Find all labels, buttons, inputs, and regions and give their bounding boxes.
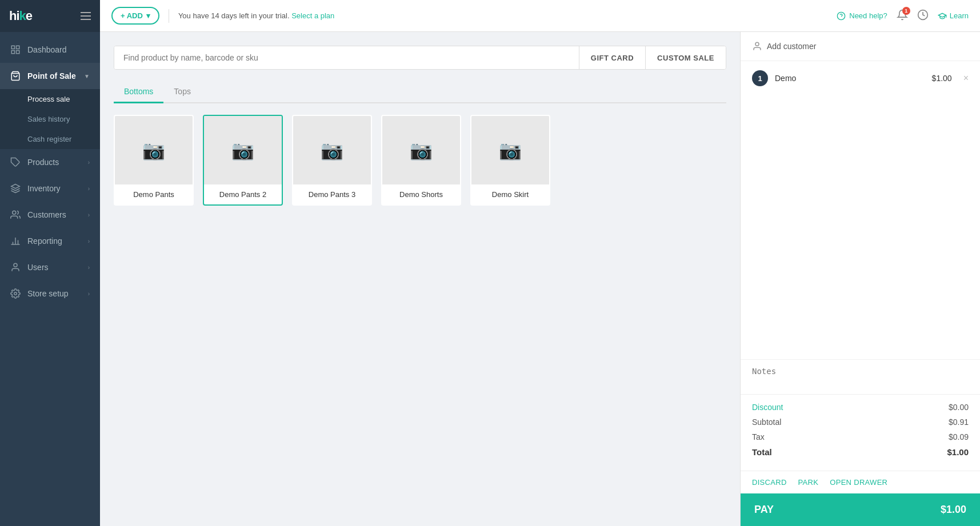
product-card-5[interactable]: 📷 Demo Skirt [470, 115, 550, 206]
need-help-label: Need help? [849, 11, 887, 20]
graduation-icon [938, 11, 947, 21]
product-grid: 📷 Demo Pants 📷 Demo Pants 2 📷 Demo Pants… [114, 115, 726, 206]
sidebar-item-users-label: Users [27, 263, 49, 272]
sidebar-nav: Dashboard Point of Sale ▼ Process sale S… [0, 32, 100, 526]
content-wrapper: GIFT CARD CUSTOM SALE Bottoms Tops 📷 Dem… [100, 32, 980, 526]
topbar-divider [169, 9, 169, 23]
notification-badge: 1 [902, 7, 910, 15]
layers-icon [10, 183, 21, 194]
learn-button[interactable]: Learn [938, 11, 969, 21]
sidebar: hike Dashboard Point of Sale ▼ Process s… [0, 0, 100, 526]
cart-items: 1 Demo $1.00 × [741, 61, 980, 359]
svg-marker-6 [11, 184, 20, 189]
main-content: + ADD ▾ You have 14 days left in your tr… [100, 0, 980, 526]
select-plan-link[interactable]: Select a plan [291, 11, 334, 20]
sidebar-item-point-of-sale[interactable]: Point of Sale ▼ [0, 63, 100, 89]
learn-label: Learn [950, 11, 969, 20]
cart-icon [10, 71, 21, 81]
need-help-button[interactable]: Need help? [837, 11, 887, 21]
open-drawer-button[interactable]: OPEN DRAWER [830, 478, 887, 487]
chevron-right-icon: › [88, 159, 90, 166]
product-card-2[interactable]: 📷 Demo Pants 2 [203, 115, 283, 206]
tax-value: $0.09 [949, 432, 969, 441]
sidebar-item-products-label: Products [27, 158, 59, 167]
category-tabs: Bottoms Tops [114, 81, 726, 103]
tag-icon [10, 157, 21, 167]
product-image-1: 📷 [115, 116, 193, 184]
clock-button[interactable] [917, 9, 929, 23]
topbar: + ADD ▾ You have 14 days left in your tr… [100, 0, 980, 32]
add-button[interactable]: + ADD ▾ [111, 7, 159, 25]
cart-panel: Add customer 1 Demo $1.00 × Discount $ [740, 32, 980, 526]
sidebar-item-inventory-label: Inventory [27, 184, 61, 193]
camera-icon-5: 📷 [499, 139, 522, 161]
tab-bottoms[interactable]: Bottoms [114, 81, 163, 103]
sidebar-item-dashboard[interactable]: Dashboard [0, 37, 100, 63]
sidebar-item-inventory[interactable]: Inventory › [0, 175, 100, 202]
product-name-1: Demo Pants [115, 184, 193, 204]
chevron-right-inventory-icon: › [88, 186, 90, 192]
product-image-2: 📷 [204, 116, 282, 184]
park-button[interactable]: PARK [798, 478, 819, 487]
add-customer-button[interactable]: Add customer [741, 32, 980, 61]
pay-amount: $1.00 [941, 504, 966, 516]
sidebar-item-customers[interactable]: Customers › [0, 202, 100, 228]
discount-label[interactable]: Discount [752, 403, 783, 412]
trial-message: You have 14 days left in your trial. [178, 11, 290, 20]
settings-icon [10, 288, 21, 299]
cart-item-quantity-1: 1 [752, 70, 768, 86]
cart-summary: Discount $0.00 Subtotal $0.91 Tax $0.09 … [741, 394, 980, 471]
sidebar-item-dashboard-label: Dashboard [27, 45, 67, 54]
notification-button[interactable]: 1 [897, 9, 908, 23]
product-name-3: Demo Pants 3 [293, 184, 371, 204]
sidebar-logo: hike [0, 0, 100, 32]
sidebar-item-users[interactable]: Users › [0, 254, 100, 280]
pay-button[interactable]: PAY $1.00 [741, 493, 980, 526]
discard-button[interactable]: DISCARD [752, 478, 787, 487]
product-name-4: Demo Shorts [382, 184, 460, 204]
notes-input[interactable] [752, 367, 969, 385]
sidebar-item-pos-label: Point of Sale [27, 71, 76, 81]
sidebar-item-store-setup[interactable]: Store setup › [0, 280, 100, 307]
search-input[interactable] [114, 46, 579, 69]
sidebar-item-reporting[interactable]: Reporting › [0, 228, 100, 254]
product-card-3[interactable]: 📷 Demo Pants 3 [292, 115, 372, 206]
chevron-right-customers-icon: › [88, 212, 90, 218]
add-customer-label: Add customer [767, 42, 816, 51]
svg-point-12 [14, 263, 17, 267]
notes-area [741, 359, 980, 394]
sidebar-item-products[interactable]: Products › [0, 149, 100, 175]
user-icon [10, 262, 21, 272]
product-card-1[interactable]: 📷 Demo Pants [114, 115, 194, 206]
cart-actions: DISCARD PARK OPEN DRAWER [741, 471, 980, 493]
logo-text: hike [9, 9, 32, 23]
sidebar-item-store-setup-label: Store setup [27, 289, 69, 298]
tab-tops[interactable]: Tops [163, 81, 201, 103]
hamburger-button[interactable] [81, 12, 91, 20]
sidebar-subitem-sales-history[interactable]: Sales history [0, 109, 100, 129]
chevron-right-store-icon: › [88, 291, 90, 297]
camera-icon-1: 📷 [142, 139, 165, 161]
pos-subitems: Process sale Sales history Cash register [0, 89, 100, 149]
custom-sale-button[interactable]: CUSTOM SALE [645, 46, 726, 69]
product-image-3: 📷 [293, 116, 371, 184]
cart-item-price-1: $1.00 [932, 74, 952, 83]
svg-rect-0 [11, 46, 14, 49]
sidebar-subitem-process-sale[interactable]: Process sale [0, 89, 100, 109]
sidebar-subitem-cash-register[interactable]: Cash register [0, 129, 100, 149]
total-row: Total $1.00 [752, 447, 969, 457]
gift-card-button[interactable]: GIFT CARD [579, 46, 645, 69]
product-name-5: Demo Skirt [471, 184, 549, 204]
product-image-5: 📷 [471, 116, 549, 184]
product-card-4[interactable]: 📷 Demo Shorts [381, 115, 461, 206]
sidebar-item-reporting-label: Reporting [27, 236, 62, 246]
svg-point-17 [755, 42, 759, 46]
cart-item-remove-1[interactable]: × [963, 73, 969, 83]
subtotal-value: $0.91 [949, 417, 969, 427]
cart-item-1: 1 Demo $1.00 × [752, 70, 969, 86]
camera-icon-2: 📷 [231, 139, 254, 161]
add-customer-icon [752, 41, 762, 51]
svg-rect-3 [17, 51, 19, 54]
svg-rect-2 [11, 51, 14, 54]
topbar-right: Need help? 1 Learn [837, 9, 969, 23]
